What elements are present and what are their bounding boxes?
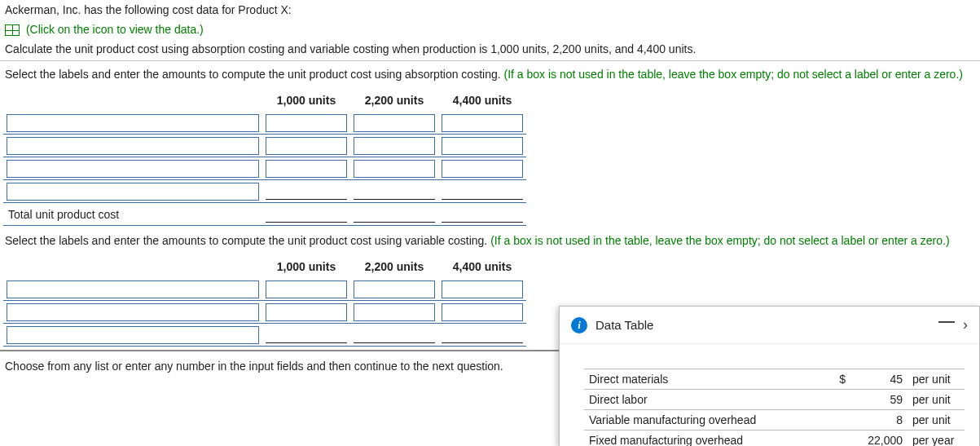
abs-row2-v1[interactable]	[266, 137, 347, 155]
calc-instruction: Calculate the unit product cost using ab…	[5, 42, 696, 55]
abs-row2-v2[interactable]	[354, 137, 435, 155]
var-row1-v2[interactable]	[354, 280, 435, 298]
section2-instruction: Select the labels and enter the amounts …	[0, 229, 980, 252]
var-row2-v1[interactable]	[266, 303, 347, 321]
popup-title: Data Table	[595, 318, 653, 332]
view-data-link[interactable]: (Click on the icon to view the data.)	[26, 23, 204, 36]
dt-label-0: Direct materials	[584, 369, 826, 382]
var-row2-label[interactable]	[7, 303, 259, 321]
var-row3-v3[interactable]	[442, 329, 523, 343]
abs-row1-v3[interactable]	[442, 114, 523, 132]
var-row2-v2[interactable]	[354, 303, 435, 321]
section1-instruction: Select the labels and enter the amounts …	[0, 63, 980, 86]
data-table-popup: i Data Table — › Direct materials $ 45 p…	[559, 306, 980, 381]
dt-val-0: 45	[850, 369, 907, 382]
dt-cur-0: $	[826, 369, 850, 382]
col2-header-1: 1,000 units	[262, 255, 350, 278]
abs-row3-v3[interactable]	[442, 160, 523, 178]
chevron-right-icon[interactable]: ›	[963, 316, 968, 333]
abs-row4-v1[interactable]	[266, 185, 347, 200]
divider	[0, 60, 980, 61]
abs-row4-v2[interactable]	[354, 185, 435, 200]
section2-text-green: (If a box is not used in the table, leav…	[490, 234, 949, 247]
abs-total-v2[interactable]	[354, 208, 435, 223]
intro-line-1: Ackerman, Inc. has the following cost da…	[0, 0, 980, 20]
abs-total-v1[interactable]	[266, 208, 347, 223]
abs-row1-v1[interactable]	[266, 114, 347, 132]
table-row: Direct materials $ 45 per unit	[584, 369, 965, 382]
abs-row4-v3[interactable]	[442, 185, 523, 200]
section1-text-black: Select the labels and enter the amounts …	[5, 68, 504, 81]
abs-row3-v1[interactable]	[266, 160, 347, 178]
col-header-2: 2,200 units	[350, 89, 438, 112]
variable-table: 1,000 units 2,200 units 4,400 units	[3, 255, 526, 347]
company-text: Ackerman, Inc. has the following cost da…	[5, 3, 292, 16]
col2-header-3: 4,400 units	[438, 255, 526, 278]
var-row3-v2[interactable]	[354, 329, 435, 343]
col-header-1: 1,000 units	[262, 89, 350, 112]
var-row1-label[interactable]	[7, 280, 259, 298]
var-row2-v3[interactable]	[442, 303, 523, 321]
info-icon: i	[571, 317, 587, 333]
var-row1-v1[interactable]	[266, 280, 347, 298]
section1-text-green: (If a box is not used in the table, leav…	[504, 68, 963, 81]
col2-header-2: 2,200 units	[350, 255, 438, 278]
var-row3-label[interactable]	[7, 326, 259, 344]
popup-body: Direct materials $ 45 per unit Direct la…	[560, 344, 979, 381]
dt-unit-0: per unit	[907, 369, 965, 382]
abs-row2-label[interactable]	[7, 137, 259, 155]
abs-row2-v3[interactable]	[442, 137, 523, 155]
var-row1-v3[interactable]	[442, 280, 523, 298]
table-icon[interactable]	[5, 24, 20, 36]
col-header-3: 4,400 units	[438, 89, 526, 112]
section2-text-black: Select the labels and enter the amounts …	[5, 234, 490, 247]
abs-row3-label[interactable]	[7, 160, 259, 178]
abs-total-label: Total unit product cost	[3, 203, 262, 226]
footer-text: Choose from any list or enter any number…	[5, 360, 503, 373]
abs-row1-label[interactable]	[7, 114, 259, 132]
abs-row4-label[interactable]	[7, 183, 259, 201]
intro-line-2: Calculate the unit product cost using ab…	[0, 39, 980, 59]
abs-row1-v2[interactable]	[354, 114, 435, 132]
data-table: Direct materials $ 45 per unit Direct la…	[584, 369, 965, 381]
popup-header: i Data Table — ›	[560, 307, 979, 344]
abs-row3-v2[interactable]	[354, 160, 435, 178]
absorption-table: 1,000 units 2,200 units 4,400 units Tota…	[3, 89, 526, 226]
abs-total-v3[interactable]	[442, 208, 523, 223]
var-row3-v1[interactable]	[266, 329, 347, 343]
data-link-row: (Click on the icon to view the data.)	[0, 20, 980, 39]
minimize-icon[interactable]: —	[938, 316, 955, 333]
